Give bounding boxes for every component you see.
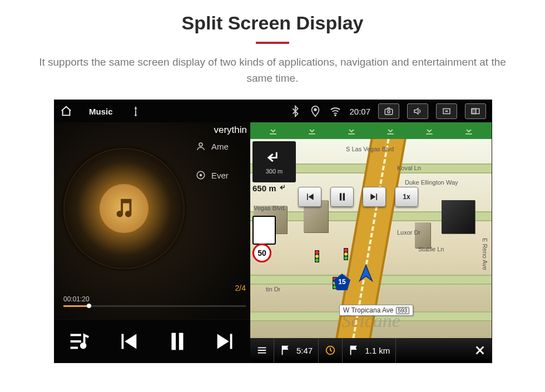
person-icon	[196, 141, 206, 151]
prev-track-button[interactable]	[115, 329, 141, 354]
street-label: tin Dr	[265, 286, 281, 292]
flag-icon	[280, 344, 292, 356]
sim-prev-button[interactable]	[298, 187, 321, 207]
street-label: Vegas Blvd.	[252, 205, 287, 211]
usb-icon	[130, 105, 142, 117]
nav-bottom-bar: 5:47 1.1 km	[250, 338, 492, 363]
nav-reroute-button[interactable]	[319, 338, 343, 363]
nav-eta[interactable]: 5:47	[274, 338, 319, 363]
svg-rect-2	[385, 109, 393, 115]
svg-rect-20	[343, 193, 345, 200]
svg-rect-23	[350, 346, 351, 355]
building-pyramid	[442, 200, 475, 234]
status-bar: Music 20:07	[54, 100, 492, 122]
svg-rect-13	[270, 133, 276, 135]
close-icon	[474, 344, 486, 356]
street-label: Duke Ellington Way	[404, 179, 459, 186]
svg-point-0	[315, 108, 317, 111]
status-app-label: Music	[89, 107, 113, 116]
traffic-light-icon	[315, 250, 319, 262]
next-track-button[interactable]	[213, 329, 239, 354]
page-description: It supports the same screen display of t…	[28, 54, 517, 87]
pause-button[interactable]	[164, 329, 190, 354]
split-screen-button[interactable]	[465, 103, 486, 119]
bluetooth-icon	[289, 105, 301, 117]
music-pane: verythin Ame Ever	[54, 122, 250, 363]
street-callout: W Tropicana Ave593	[339, 305, 413, 316]
speed-limit-sign: SPEED LIMIT 56	[252, 216, 276, 245]
track-counter: 2/4	[235, 284, 246, 292]
svg-point-7	[199, 143, 202, 146]
nav-distance[interactable]: 1.1 km	[343, 338, 396, 363]
screenshot-button[interactable]	[378, 103, 399, 119]
svg-rect-16	[387, 133, 394, 135]
current-speed-sign: 50	[252, 244, 271, 262]
street-label: E Reno Ave	[480, 238, 489, 270]
song-title: verythin	[214, 125, 247, 136]
download-arrow-icon	[306, 125, 318, 136]
turn-distance-large: 650 m	[252, 183, 288, 193]
sim-pause-button[interactable]	[330, 187, 354, 207]
disc-icon	[196, 170, 206, 180]
svg-point-9	[200, 175, 202, 176]
turn-left-icon	[265, 149, 284, 168]
download-arrow-icon	[267, 125, 279, 136]
svg-rect-11	[171, 333, 176, 350]
reroute-icon	[324, 344, 336, 356]
svg-point-1	[335, 115, 336, 116]
svg-rect-15	[348, 133, 355, 135]
svg-point-10	[81, 343, 86, 348]
svg-rect-21	[282, 346, 283, 355]
home-icon[interactable]	[60, 105, 72, 117]
music-note-icon	[111, 196, 137, 221]
wifi-icon	[329, 105, 341, 117]
download-arrow-icon	[424, 125, 435, 136]
volume-button[interactable]	[407, 103, 428, 119]
svg-point-3	[388, 111, 390, 113]
location-icon	[309, 105, 321, 117]
street-label: Stable Ln	[417, 246, 445, 252]
nav-download-bar	[250, 122, 492, 139]
title-underline	[256, 42, 289, 44]
close-app-button[interactable]	[436, 103, 457, 119]
album-art-disc	[63, 148, 185, 269]
nav-menu-button[interactable]	[250, 338, 274, 363]
navigation-pane: S Las Vegas Blvd Koval Ln Duke Ellington…	[250, 122, 492, 363]
album-row: Ever	[196, 170, 248, 180]
music-controls	[54, 319, 250, 363]
download-arrow-icon	[385, 125, 396, 136]
download-arrow-icon	[346, 125, 357, 136]
turn-left-small-icon	[279, 183, 288, 192]
sim-speed-button[interactable]: 1x	[395, 187, 418, 207]
street-label: S Las Vegas Blvd	[345, 146, 395, 152]
svg-rect-17	[427, 133, 433, 135]
nav-close-button[interactable]	[468, 338, 492, 363]
svg-rect-6	[472, 109, 476, 114]
turn-instruction: 300 m	[252, 141, 296, 182]
svg-rect-14	[309, 133, 316, 135]
svg-rect-18	[465, 133, 472, 135]
svg-rect-12	[179, 333, 184, 350]
playlist-button[interactable]	[66, 329, 92, 354]
svg-rect-19	[340, 193, 341, 200]
traffic-light-icon	[344, 248, 348, 260]
headunit-screen: Music 20:07	[54, 100, 492, 363]
status-time: 20:07	[349, 107, 370, 116]
menu-icon	[256, 344, 268, 356]
elapsed-time: 00:01:20	[63, 295, 246, 303]
download-arrow-icon	[463, 125, 474, 136]
street-label: Koval Ln	[396, 165, 422, 171]
map-canvas[interactable]: S Las Vegas Blvd Koval Ln Duke Ellington…	[250, 139, 492, 338]
sim-next-button[interactable]	[363, 187, 386, 207]
street-label: Luxor Dr	[396, 229, 422, 236]
page-title: Split Screen Display	[0, 0, 545, 34]
artist-row: Ame	[196, 141, 248, 151]
progress-area[interactable]: 00:01:20	[63, 295, 246, 307]
distance-flag-icon	[348, 344, 360, 356]
gps-position-icon	[356, 264, 375, 282]
